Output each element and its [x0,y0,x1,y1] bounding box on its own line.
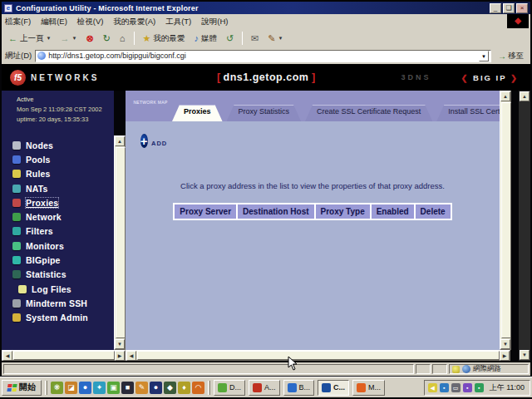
quick-launch-icon-5[interactable]: ▣ [107,382,120,394]
start-button[interactable]: 開始 [2,380,42,396]
taskbar-window-button-5[interactable]: M... [352,380,385,396]
quick-launch-icon-10[interactable]: ♦ [178,382,190,394]
scroll-up-icon[interactable]: ▲ [520,91,530,101]
mindterm-ssh-icon [12,299,21,308]
history-button[interactable]: ↺ [223,32,237,44]
edit-icon: ✎ [268,33,275,43]
tab-proxy-statistics[interactable]: Proxy Statistics [227,105,302,121]
back-icon: ← [8,33,17,43]
content-horizontal-scrollbar[interactable]: ◀ ▶ [126,350,510,361]
content-vertical-scrollbar[interactable]: ▲ ▼ [500,91,511,350]
close-button[interactable]: × [516,3,528,13]
menu-tools[interactable]: 工具(T) [165,17,191,27]
quick-launch-icon-9[interactable]: ◆ [164,382,176,394]
back-dropdown-icon[interactable]: ▼ [47,36,52,41]
sidebar-item-nats[interactable]: NATs [12,181,114,195]
minimize-button[interactable]: _ [490,3,501,13]
back-button[interactable]: ←上一頁▼ [5,32,54,45]
tab-proxies[interactable]: Proxies [172,105,223,121]
window-vertical-scrollbar[interactable]: ▲ ▼ [519,91,530,361]
scroll-left-icon[interactable]: ◀ [2,351,12,361]
edit-button[interactable]: ✎▼ [264,32,286,44]
favorites-button[interactable]: ★我的最愛 [140,32,189,45]
media-button[interactable]: ♪媒體 [190,32,220,45]
taskbar-window-button-1[interactable]: D... [214,380,245,396]
sidebar-item-network[interactable]: Network [12,209,114,224]
scroll-down-icon[interactable]: ▼ [115,339,125,349]
quick-launch-icon-4[interactable]: ✦ [93,382,106,394]
forward-button[interactable]: →▼ [57,32,80,44]
sidebar-hscroll-thumb[interactable] [13,351,115,360]
sidebar-item-mindterm-ssh[interactable]: Mindterm SSH [12,296,114,310]
scroll-down-icon[interactable]: ▼ [500,339,510,349]
sidebar-item-statistics[interactable]: Statistics [12,268,114,282]
sidebar-item-proxies[interactable]: Proxies [12,195,114,209]
tray-display-icon[interactable]: ▭ [451,383,461,392]
tab-install-ssl-certif[interactable]: Install SSL Certif [436,105,500,121]
sidebar-item-nodes[interactable]: Nodes [12,138,114,152]
sidebar-scroll-thumb[interactable] [116,147,126,338]
home-button[interactable]: ⌂ [116,32,129,44]
sidebar-item-bigpipe[interactable]: BIGpipe [12,253,114,267]
taskbar-window-icon [253,383,262,392]
tab-strip-tabs: ProxiesProxy StatisticsCreate SSL Certif… [172,105,500,121]
quick-launch-icon-3[interactable]: ● [79,382,91,394]
quick-launch-icon-8[interactable]: ● [150,382,162,394]
scroll-right-icon[interactable]: ▶ [115,351,125,361]
tray-scheduler-icon[interactable]: ▪ [463,383,472,392]
scroll-down-icon[interactable]: ▼ [520,350,530,360]
scroll-up-icon[interactable]: ▲ [115,136,125,146]
quick-launch-icon-1[interactable]: ❋ [51,382,63,394]
quick-launch-icon-7[interactable]: ✎ [135,382,148,394]
menu-file[interactable]: 檔案(F) [5,17,31,27]
refresh-button[interactable]: ↻ [100,32,114,44]
zone-label: 網際網路 [473,364,501,374]
tab-strip: NETWORK MAP ProxiesProxy StatisticsCreat… [126,91,500,121]
sidebar-item-rules[interactable]: Rules [12,167,114,181]
quick-launch-icon-2[interactable]: ◪ [65,382,77,394]
quick-launch-icon-11[interactable]: ◠ [192,382,204,394]
add-proxy-button[interactable]: + ADD [137,131,170,151]
main-frame: NETWORK MAP ProxiesProxy StatisticsCreat… [126,91,500,350]
tray-volume-icon[interactable]: ◀ [428,383,437,392]
refresh-icon: ↻ [103,33,111,43]
restore-button[interactable]: ❏ [503,3,515,13]
address-input[interactable] [48,52,479,60]
menu-edit[interactable]: 編輯(E) [41,17,67,27]
menu-bar: 檔案(F) 編輯(E) 檢視(V) 我的最愛(A) 工具(T) 說明(H) ◆ [2,14,530,29]
taskbar-window-button-2[interactable]: A... [249,380,280,396]
mail-button[interactable]: ✉ [248,32,262,44]
menu-help[interactable]: 說明(H) [201,17,228,27]
scroll-right-icon[interactable]: ▶ [500,351,510,361]
sidebar-item-nats-label: NATs [26,184,48,194]
tab-create-ssl-certificate-request[interactable]: Create SSL Certificate Request [305,105,432,121]
sidebar-item-filters[interactable]: Filters [12,224,114,239]
sidebar-item-system-admin[interactable]: System Admin [12,311,114,325]
sidebar-item-log-files[interactable]: Log Files [12,282,114,296]
scroll-up-icon[interactable]: ▲ [500,91,510,101]
quick-launch-icon-6[interactable]: ■ [121,382,134,394]
menu-favorites[interactable]: 我的最愛(A) [113,17,155,27]
sidebar-vertical-scrollbar[interactable]: ▲ ▼ [114,135,126,350]
tray-network-icon[interactable]: ▪ [475,383,484,392]
sidebar-item-pools[interactable]: Pools [12,152,114,166]
stop-button[interactable]: ⊗ [82,32,96,44]
content-hscroll-thumb[interactable] [137,351,500,360]
sidebar-item-monitors[interactable]: Monitors [12,239,114,253]
taskbar-window-button-3[interactable]: B... [283,380,315,396]
scroll-left-icon[interactable]: ◀ [126,351,136,361]
go-button[interactable]: →移至 [495,50,527,62]
content-scroll-thumb[interactable] [501,102,511,338]
taskbar-window-button-4[interactable]: C... [318,380,349,396]
menu-view[interactable]: 檢視(V) [77,17,104,27]
proxy-table-header-row: Proxy ServerDestination HostProxy TypeEn… [173,203,451,220]
tray-messenger-icon[interactable]: ▪ [440,383,449,392]
address-dropdown-icon[interactable]: ▼ [479,51,489,62]
forward-dropdown-icon[interactable]: ▼ [71,36,76,41]
add-icon: + [140,134,148,148]
sidebar-item-statistics-label: Statistics [26,269,66,279]
edit-dropdown-icon[interactable]: ▼ [278,36,283,41]
sidebar-horizontal-scrollbar[interactable]: ◀ ▶ [2,350,126,361]
toolbar-grip [208,381,210,395]
network-map-button[interactable]: NETWORK MAP [132,92,169,107]
